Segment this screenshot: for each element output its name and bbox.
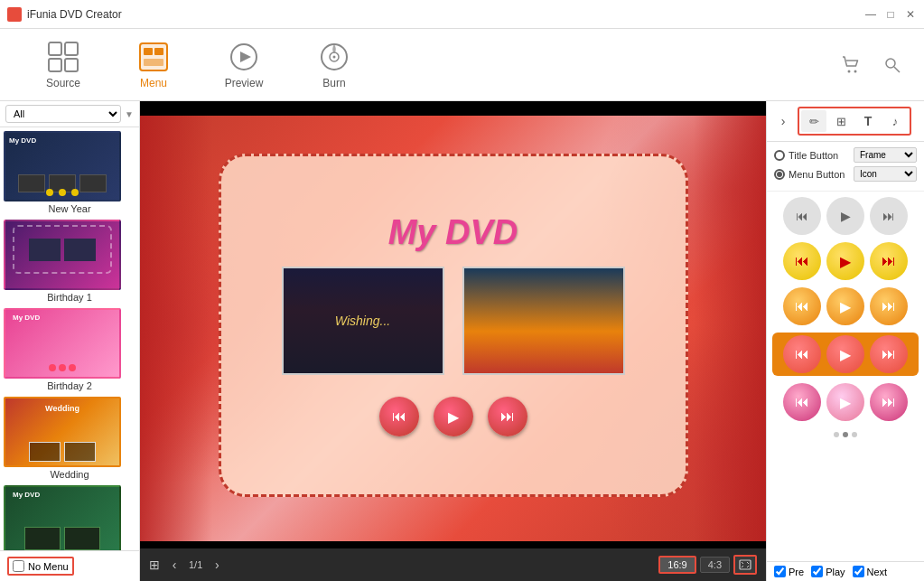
no-menu-footer: No Menu	[0, 550, 139, 581]
title-button-radio[interactable]	[774, 150, 785, 161]
no-menu-label: No Menu	[28, 561, 69, 572]
page-prev-button[interactable]: ‹	[165, 556, 183, 574]
button-set-orange: ⏮ ▶ ⏭	[772, 287, 919, 325]
dvd-menu-overlay: My DVD Wishing... ⏮ ▶ ⏭	[140, 101, 766, 548]
template-thumb-nature: My DVD	[4, 485, 121, 550]
template-filter-select[interactable]: All	[5, 105, 121, 123]
right-panel-expand-button[interactable]: ›	[772, 110, 794, 132]
aspect-4-3-button[interactable]: 4:3	[700, 557, 730, 573]
right-panel-footer: Pre Play Next	[767, 561, 924, 581]
orange-next[interactable]: ⏭	[870, 287, 908, 325]
title-bar: iFunia DVD Creator — □ ✕	[0, 0, 924, 29]
search-button[interactable]	[879, 52, 906, 79]
orange-play[interactable]: ▶	[826, 287, 864, 325]
svg-line-21	[742, 566, 743, 567]
dot-1	[834, 432, 839, 437]
template-list: My DVD New Year	[0, 127, 139, 550]
no-menu-toggle[interactable]: No Menu	[7, 557, 74, 576]
tab-text[interactable]: T	[855, 110, 881, 132]
button-set-pink: ⏮ ▶ ⏭	[772, 383, 919, 421]
page-next-button[interactable]: ›	[208, 556, 226, 574]
template-item-birthday2[interactable]: My DVD Birthday 2	[4, 308, 135, 391]
page-indicator: 1/1	[189, 559, 202, 570]
menu-button-row: Menu Button Icon Text None	[774, 166, 917, 182]
wishing-text: Wishing...	[335, 314, 390, 328]
svg-point-14	[848, 70, 851, 72]
svg-rect-8	[144, 59, 163, 66]
dvd-controls: ⏮ ▶ ⏭	[379, 397, 527, 436]
title-button-select[interactable]: Frame None Square	[854, 147, 917, 163]
toolbar-menu[interactable]: Menu	[108, 33, 199, 97]
svg-point-16	[886, 59, 895, 68]
restore-button[interactable]: □	[884, 8, 897, 21]
dvd-prev-button[interactable]: ⏮	[379, 397, 419, 436]
fit-screen-button[interactable]	[733, 555, 757, 575]
pink-play[interactable]: ▶	[826, 383, 864, 421]
bottom-left: ⊞ ‹ 1/1 ›	[149, 556, 226, 574]
pre-label: Pre	[789, 567, 804, 577]
button-set-red-active: ⏮ ▶ ⏭	[772, 333, 919, 376]
top-toolbar: Source Menu Preview	[0, 29, 924, 101]
gray-flat-prev[interactable]: ⏮	[783, 197, 821, 235]
title-button-label: Title Button	[789, 150, 850, 161]
svg-rect-1	[65, 42, 78, 55]
tab-music[interactable]: ♪	[882, 110, 908, 132]
svg-line-19	[742, 562, 743, 564]
menu-button-label: Menu Button	[789, 169, 850, 180]
dot-3	[852, 432, 857, 437]
template-item-newyear[interactable]: My DVD New Year	[4, 131, 135, 214]
gray-flat-next[interactable]: ⏭	[870, 197, 908, 235]
main-layout: All ▼ My DVD	[0, 101, 924, 581]
template-label-birthday2: Birthday 2	[4, 380, 135, 391]
next-checkbox[interactable]: Next	[853, 566, 888, 577]
template-filter-header: All ▼	[0, 101, 139, 127]
red-play[interactable]: ▶	[826, 335, 864, 373]
dvd-thumb-2	[462, 267, 625, 375]
menu-button-radio[interactable]	[774, 169, 785, 180]
svg-rect-0	[49, 42, 61, 55]
menu-button-select[interactable]: Icon Text None	[854, 166, 917, 182]
aspect-16-9-button[interactable]: 16:9	[658, 556, 695, 574]
grid-view-button[interactable]: ⊞	[149, 558, 160, 572]
dvd-menu-thumbs: Wishing...	[282, 267, 625, 375]
svg-point-13	[333, 55, 336, 58]
play-label: Play	[826, 567, 845, 577]
tab-style[interactable]: ✏	[801, 110, 826, 132]
dvd-next-button[interactable]: ⏭	[488, 397, 527, 436]
orange-prev[interactable]: ⏮	[783, 287, 821, 325]
preview-background: My DVD Wishing... ⏮ ▶ ⏭	[140, 101, 766, 548]
yellow-play[interactable]: ▶	[826, 242, 864, 280]
button-set-gray-flat: ⏮ ▶ ⏭	[772, 197, 919, 235]
template-thumb-birthday2: My DVD	[4, 308, 121, 379]
play-checkbox[interactable]: Play	[811, 566, 845, 577]
no-menu-checkbox[interactable]	[13, 560, 24, 572]
pre-checkbox[interactable]: Pre	[774, 566, 804, 577]
red-next[interactable]: ⏭	[870, 335, 908, 373]
svg-line-22	[747, 566, 749, 567]
toolbar-burn[interactable]: Burn	[289, 33, 379, 97]
toolbar-source[interactable]: Source	[18, 33, 108, 97]
window-controls: — □ ✕	[864, 8, 917, 21]
app-title: iFunia DVD Creator	[27, 8, 122, 21]
left-panel: All ▼ My DVD	[0, 101, 140, 581]
pink-next[interactable]: ⏭	[870, 383, 908, 421]
cart-button[interactable]	[837, 52, 864, 79]
pink-prev[interactable]: ⏮	[783, 383, 821, 421]
red-prev[interactable]: ⏮	[783, 335, 821, 373]
dvd-play-button[interactable]: ▶	[434, 397, 473, 436]
right-panel-top: › ✏ ⊞ T ♪	[767, 101, 924, 142]
tab-layout[interactable]: ⊞	[828, 110, 854, 132]
template-item-nature[interactable]: My DVD	[4, 485, 135, 550]
toolbar-preview[interactable]: Preview	[199, 33, 289, 97]
yellow-next[interactable]: ⏭	[870, 242, 908, 280]
minimize-button[interactable]: —	[864, 8, 877, 21]
template-item-wedding[interactable]: Wedding Wedding	[4, 397, 135, 480]
close-button[interactable]: ✕	[904, 8, 917, 21]
next-label: Next	[867, 567, 888, 577]
center-bottom-bar: ⊞ ‹ 1/1 › 16:9 4:3	[140, 548, 766, 581]
source-label: Source	[46, 77, 80, 89]
yellow-prev[interactable]: ⏮	[783, 242, 821, 280]
template-item-birthday1[interactable]: Birthday 1	[4, 220, 135, 303]
gray-flat-play[interactable]: ▶	[826, 197, 864, 235]
dvd-menu-title: My DVD	[388, 213, 518, 252]
